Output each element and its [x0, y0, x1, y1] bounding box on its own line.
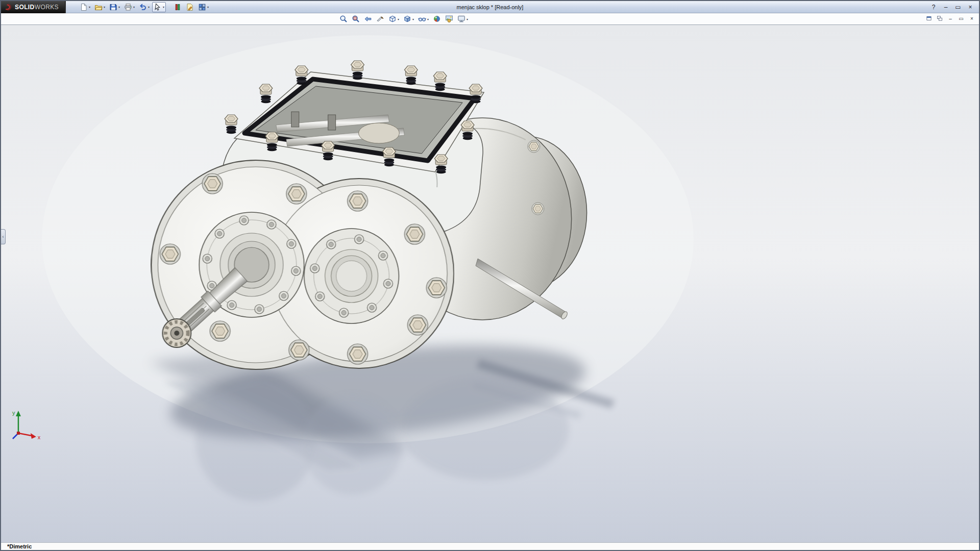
save-button[interactable]: ▾ — [108, 2, 121, 12]
doc-restore-button[interactable]: ▭ — [957, 14, 965, 22]
doc-minimize-button[interactable]: – — [946, 14, 954, 22]
doc-window-a-button[interactable] — [925, 14, 933, 22]
titlebar: SOLIDWORKS ▾▾▾▾▾▾▾ menjac sklop * [Read-… — [1, 1, 979, 13]
view-orientation-button[interactable]: ▾ — [387, 14, 401, 24]
document-window-controls: –▭× — [925, 14, 976, 22]
featuremanager-collapsed-tab[interactable]: ‹ — [1, 229, 6, 244]
doc-window-b-button[interactable] — [936, 14, 944, 22]
edit-appearance-button[interactable] — [431, 14, 443, 24]
hide-show-items-button[interactable]: ▾ — [416, 14, 430, 24]
statusbar: *Dimetric — [1, 542, 979, 550]
doc-minimize-button-glyph: – — [949, 16, 952, 21]
dropdown-arrow-icon[interactable]: ▾ — [207, 5, 209, 9]
zoomarea-icon — [352, 15, 360, 23]
help-button[interactable]: ? — [929, 3, 938, 12]
new-document-button[interactable]: ▾ — [78, 2, 92, 12]
zoomfit-icon — [339, 15, 348, 23]
minimize-button-glyph: – — [944, 4, 948, 10]
undo-icon — [139, 3, 147, 11]
output-flange[interactable] — [304, 229, 399, 323]
help-button-glyph: ? — [932, 4, 936, 10]
file-properties-button[interactable] — [184, 2, 195, 12]
doc-restore-button-glyph: ▭ — [959, 16, 963, 21]
dropdown-arrow-icon[interactable]: ▾ — [427, 17, 429, 21]
window-title: menjac sklop * [Read-only] — [457, 4, 524, 10]
restore-button-glyph: ▭ — [955, 4, 961, 10]
props-icon — [186, 3, 194, 11]
solidworks-window: SOLIDWORKS ▾▾▾▾▾▾▾ menjac sklop * [Read-… — [0, 0, 980, 551]
view-settings-button[interactable]: ▾ — [456, 14, 470, 24]
dropdown-arrow-icon[interactable]: ▾ — [118, 5, 120, 9]
main-toolbar: ▾▾▾▾▾▾▾ — [78, 2, 210, 12]
undo-button[interactable]: ▾ — [137, 2, 151, 12]
heads-up-view-toolbar: ▾▾▾▾ — [338, 14, 470, 24]
expand-arrow-icon: ‹ — [3, 234, 4, 239]
minimize-button[interactable]: – — [941, 3, 950, 12]
close-button[interactable]: × — [966, 3, 975, 12]
dropdown-arrow-icon[interactable]: ▾ — [398, 17, 399, 21]
close-button-glyph: × — [968, 4, 972, 10]
apply-scene-button[interactable] — [444, 14, 455, 24]
print-icon — [124, 3, 132, 11]
zoom-to-area-button[interactable] — [350, 14, 361, 24]
triad-y-label: y — [12, 410, 15, 416]
section-icon — [376, 15, 384, 23]
input-shaft-spline-end — [162, 319, 191, 347]
hideshow-icon — [418, 15, 426, 23]
options-icon — [198, 3, 206, 11]
dassault-ds-icon — [4, 3, 12, 11]
doc-close-button[interactable]: × — [968, 14, 976, 22]
select-tool-button[interactable]: ▾ — [152, 2, 166, 12]
select-icon — [154, 3, 162, 11]
open-icon — [94, 3, 103, 11]
new-icon — [80, 3, 88, 11]
dropdown-arrow-icon[interactable]: ▾ — [163, 5, 164, 9]
options-button[interactable]: ▾ — [197, 2, 210, 12]
brand-text: SOLIDWORKS — [15, 4, 59, 11]
window-controls: ?–▭× — [929, 1, 975, 13]
dropdown-arrow-icon[interactable]: ▾ — [104, 5, 105, 9]
previous-view-button[interactable] — [362, 14, 374, 24]
dropdown-arrow-icon[interactable]: ▾ — [412, 17, 414, 21]
document-toolbar-row: ▾▾▾▾ –▭× — [1, 13, 979, 25]
zoom-to-fit-button[interactable] — [338, 14, 349, 24]
3d-scene[interactable]: y x — [1, 25, 979, 542]
solidworks-logo: SOLIDWORKS — [1, 1, 66, 13]
dropdown-arrow-icon[interactable]: ▾ — [148, 5, 150, 9]
save-icon — [109, 3, 117, 11]
appearance-icon — [433, 15, 441, 23]
section-view-button[interactable] — [375, 14, 386, 24]
selection-filter-button[interactable] — [172, 2, 183, 12]
dropdown-arrow-icon[interactable]: ▾ — [467, 17, 468, 21]
dropdown-arrow-icon[interactable]: ▾ — [89, 5, 90, 9]
vieworient-icon — [388, 15, 397, 23]
displaystyle-icon — [403, 15, 411, 23]
scene-icon — [445, 15, 453, 23]
viewsettings-icon — [457, 15, 465, 23]
dropdown-arrow-icon[interactable]: ▾ — [133, 5, 135, 9]
open-button[interactable]: ▾ — [93, 2, 107, 12]
filter-icon — [174, 3, 182, 11]
display-style-button[interactable]: ▾ — [402, 14, 415, 24]
doc-close-button-glyph: × — [970, 16, 973, 21]
graphics-area[interactable]: y x ‹ — [1, 25, 979, 542]
restore-button[interactable]: ▭ — [953, 3, 963, 12]
view-orientation-label: *Dimetric — [7, 543, 32, 549]
docwin2-icon — [937, 15, 943, 21]
triad-x-label: x — [38, 434, 41, 440]
prevview-icon — [364, 15, 372, 23]
print-button[interactable]: ▾ — [122, 2, 136, 12]
docwin-icon — [926, 15, 932, 21]
